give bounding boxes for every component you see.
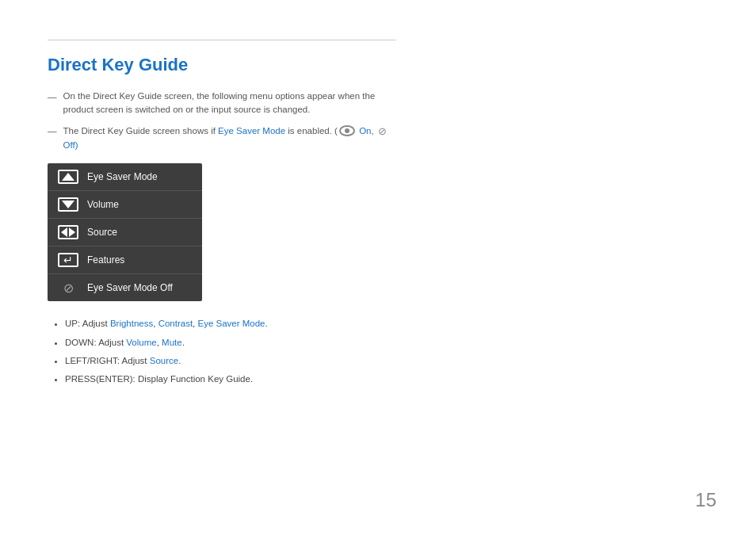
menu-item-eye-saver-mode[interactable]: Eye Saver Mode	[48, 163, 202, 191]
bullet-enter-text: PRESS(ENTER): Display Function Key Guide…	[65, 374, 253, 384]
note-2: — The Direct Key Guide screen shows if E…	[48, 124, 396, 153]
volume-link: Volume	[126, 338, 156, 347]
menu-item-volume[interactable]: Volume	[48, 191, 202, 219]
eye-off-icon: ⊘	[57, 280, 79, 296]
lr-arrow-icon	[57, 224, 79, 240]
menu-box: Eye Saver Mode Volume Source	[48, 163, 202, 301]
menu-label-volume: Volume	[87, 199, 119, 210]
eye-off-inline-icon: ⊘	[378, 124, 387, 139]
bullet-lr-prefix: LEFT/RIGHT: Adjust	[65, 356, 150, 365]
menu-label-source: Source	[87, 227, 117, 238]
source-link: Source	[150, 356, 178, 365]
bullet-enter: PRESS(ENTER): Display Function Key Guide…	[65, 373, 396, 386]
menu-item-eye-saver-off[interactable]: ⊘ Eye Saver Mode Off	[48, 274, 202, 301]
menu-label-eye-saver: Eye Saver Mode	[87, 171, 158, 182]
up-arrow-icon	[57, 169, 79, 185]
contrast-link: Contrast	[158, 319, 193, 328]
menu-label-features: Features	[87, 254, 124, 266]
note-2-prefix: The Direct Key Guide screen shows if	[63, 125, 219, 135]
up-arrow-shape	[62, 173, 74, 181]
off-label: Off)	[63, 140, 78, 150]
mute-link: Mute	[162, 338, 182, 347]
menu-item-features[interactable]: ↵ Features	[48, 246, 202, 274]
down-arrow-icon	[57, 197, 79, 212]
dash-icon-2: —	[48, 124, 57, 138]
lr-arrows-shape	[61, 227, 75, 237]
page-number: 15	[695, 489, 716, 511]
menu-label-eye-saver-off: Eye Saver Mode Off	[87, 282, 173, 293]
period1: .	[265, 319, 268, 328]
period3: .	[178, 356, 181, 365]
enter-symbol: ↵	[63, 254, 73, 266]
box-enter: ↵	[58, 253, 78, 267]
note-1: — On the Direct Key Guide screen, the fo…	[48, 90, 396, 117]
dash-icon: —	[48, 90, 57, 104]
bullet-up-prefix: UP: Adjust	[65, 319, 110, 328]
box-lr	[58, 225, 78, 239]
menu-item-source[interactable]: Source	[48, 219, 202, 246]
top-rule	[48, 40, 396, 40]
left-arrow	[61, 227, 67, 237]
note-1-text: On the Direct Key Guide screen, the foll…	[63, 90, 397, 117]
period2: .	[182, 338, 185, 347]
page-container: Direct Key Guide — On the Direct Key Gui…	[0, 0, 444, 422]
on-label: On,	[357, 125, 376, 135]
eye-saver-link: Eye Saver Mode	[197, 319, 265, 328]
down-arrow-shape	[62, 201, 74, 208]
box-up	[58, 170, 78, 184]
brightness-link: Brightness	[110, 319, 153, 328]
note-2-text: The Direct Key Guide screen shows if Eye…	[63, 124, 397, 153]
eye-on-icon	[339, 125, 355, 136]
bullet-lr: LEFT/RIGHT: Adjust Source.	[65, 354, 396, 368]
enter-icon: ↵	[57, 252, 79, 268]
right-arrow	[69, 227, 75, 237]
bullet-up: UP: Adjust Brightness, Contrast, Eye Sav…	[65, 317, 396, 331]
bullet-down: DOWN: Adjust Volume, Mute.	[65, 336, 396, 350]
page-title: Direct Key Guide	[48, 55, 396, 75]
bullet-down-prefix: DOWN: Adjust	[65, 338, 126, 347]
note-2-middle: is enabled. (	[285, 125, 338, 135]
bullet-list: UP: Adjust Brightness, Contrast, Eye Sav…	[48, 317, 396, 386]
box-down	[58, 197, 78, 212]
eye-crossed-symbol: ⊘	[63, 281, 74, 296]
eye-saver-mode-link: Eye Saver Mode	[218, 125, 285, 135]
